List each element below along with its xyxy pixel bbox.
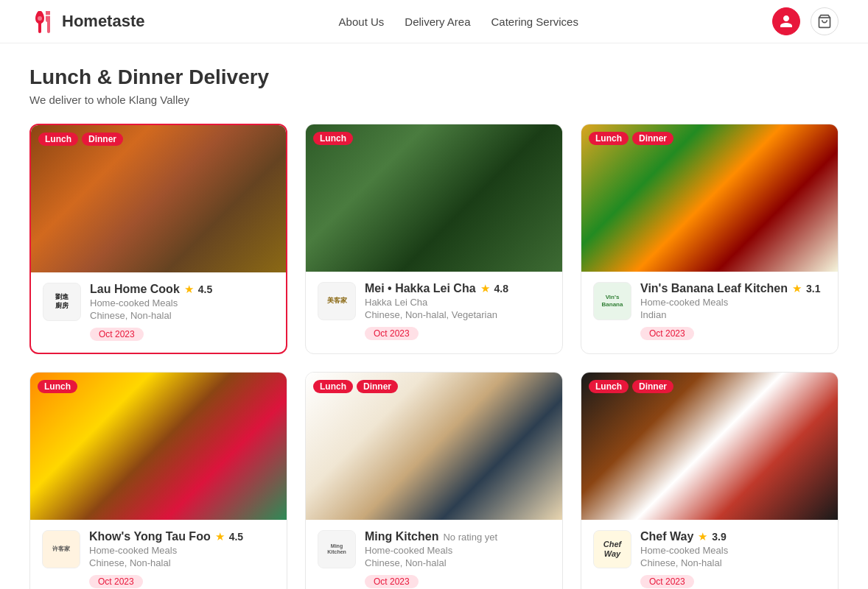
card-name-row: Khow's Yong Tau Foo ★4.5 [89, 530, 275, 543]
card-name-row: Ming Kitchen No rating yet [365, 530, 550, 543]
card-name: Ming Kitchen [365, 530, 438, 543]
logo[interactable]: Hometaste [29, 8, 144, 35]
card-name: Lau Home Cook [90, 283, 180, 296]
card-name: Chef Way [640, 530, 693, 543]
card-name: Khow's Yong Tau Foo [89, 530, 211, 543]
tag-lunch: Lunch [589, 380, 629, 393]
card-date: Oct 2023 [89, 575, 143, 588]
tag-dinner: Dinner [357, 380, 398, 393]
card-type: Home-cooked Meals [640, 297, 826, 308]
card-rating: 4.5 [198, 283, 212, 295]
card-top: 许客家 Khow's Yong Tau Foo ★4.5 Home-cooked… [42, 530, 275, 588]
card-logo: 美客家 [318, 282, 356, 320]
card-type: Home-cooked Meals [90, 297, 274, 308]
card-body: 许客家 Khow's Yong Tau Foo ★4.5 Home-cooked… [30, 520, 287, 589]
card-ming-kitchen[interactable]: LunchDinner MingKitchen Ming Kitchen No … [305, 372, 563, 589]
card-info: Ming Kitchen No rating yet Home-cooked M… [365, 530, 550, 588]
card-rating: 3.9 [712, 531, 726, 543]
card-image: LunchDinner [306, 373, 562, 520]
card-info: Khow's Yong Tau Foo ★4.5 Home-cooked Mea… [89, 530, 275, 588]
card-logo: 许客家 [42, 530, 80, 568]
card-top: ChefWay Chef Way ★3.9 Home-cooked Meals … [593, 530, 826, 588]
tag-dinner: Dinner [82, 133, 123, 146]
card-date: Oct 2023 [365, 575, 419, 588]
card-info: Lau Home Cook ★4.5 Home-cooked Meals Chi… [90, 283, 274, 341]
tag-lunch: Lunch [589, 132, 629, 145]
card-name-row: Lau Home Cook ★4.5 [90, 283, 274, 296]
page-subtitle: We deliver to whole Klang Valley [29, 94, 839, 106]
tag-row: LunchDinner [589, 132, 673, 145]
card-logo: ChefWay [593, 530, 631, 568]
card-name-row: Mei • Hakka Lei Cha ★4.8 [365, 282, 550, 295]
page-title: Lunch & Dinner Delivery [29, 66, 839, 89]
user-icon-button[interactable] [772, 7, 800, 35]
star-icon: ★ [698, 530, 707, 543]
tag-lunch: Lunch [313, 132, 353, 145]
card-mei-hakka[interactable]: Lunch 美客家 Mei • Hakka Lei Cha ★4.8 Hakka… [305, 124, 563, 354]
card-body: 劉進廚房 Lau Home Cook ★4.5 Home-cooked Meal… [31, 272, 286, 353]
card-image: LunchDinner [581, 124, 838, 272]
card-chef-way[interactable]: LunchDinner ChefWay Chef Way ★3.9 Home-c… [581, 372, 839, 589]
card-name-row: Vin's Banana Leaf Kitchen ★3.1 [640, 282, 826, 295]
card-image: LunchDinner [581, 373, 838, 520]
card-body: Vin'sBanana Vin's Banana Leaf Kitchen ★3… [581, 272, 838, 352]
tag-lunch: Lunch [313, 380, 353, 393]
tag-lunch: Lunch [38, 380, 77, 393]
star-icon: ★ [184, 283, 194, 296]
card-date: Oct 2023 [365, 327, 419, 340]
card-image: Lunch [30, 373, 287, 520]
card-image: LunchDinner [31, 125, 286, 272]
bag-icon-button[interactable] [811, 7, 839, 35]
card-body: ChefWay Chef Way ★3.9 Home-cooked Meals … [581, 520, 838, 589]
star-icon: ★ [480, 282, 490, 295]
card-name: Mei • Hakka Lei Cha [365, 282, 476, 295]
card-image: Lunch [306, 124, 562, 272]
card-rating: 3.1 [806, 283, 820, 294]
card-lau-home-cook[interactable]: LunchDinner 劉進廚房 Lau Home Cook ★4.5 Home… [29, 124, 287, 354]
main-nav: About Us Delivery Area Catering Services [339, 15, 578, 28]
card-top: 美客家 Mei • Hakka Lei Cha ★4.8 Hakka Lei C… [318, 282, 550, 340]
nav-catering-services[interactable]: Catering Services [491, 15, 578, 28]
tag-lunch: Lunch [38, 133, 78, 146]
tag-row: LunchDinner [313, 380, 398, 393]
star-icon: ★ [215, 530, 225, 543]
card-rating: 4.8 [494, 283, 508, 294]
card-name-row: Chef Way ★3.9 [640, 530, 826, 543]
card-cuisine: Chinese, Non-halal [89, 557, 275, 568]
header-actions [772, 7, 839, 35]
main-content: Lunch & Dinner Delivery We deliver to wh… [0, 43, 868, 589]
nav-about-us[interactable]: About Us [339, 15, 385, 28]
card-logo: 劉進廚房 [43, 283, 81, 321]
card-body: 美客家 Mei • Hakka Lei Cha ★4.8 Hakka Lei C… [306, 272, 562, 352]
tag-row: LunchDinner [38, 133, 123, 146]
card-logo: Vin'sBanana [593, 282, 631, 320]
cards-grid: LunchDinner 劉進廚房 Lau Home Cook ★4.5 Home… [29, 124, 839, 589]
card-type: Home-cooked Meals [89, 545, 275, 556]
card-body: MingKitchen Ming Kitchen No rating yet H… [306, 520, 562, 589]
no-rating: No rating yet [443, 532, 497, 543]
card-cuisine: Chinese, Non-halal, Vegetarian [365, 309, 550, 320]
card-date: Oct 2023 [640, 575, 694, 588]
card-top: MingKitchen Ming Kitchen No rating yet H… [318, 530, 550, 588]
star-icon: ★ [792, 282, 802, 295]
user-icon [779, 14, 794, 29]
logo-text: Hometaste [62, 12, 144, 31]
card-cuisine: Indian [640, 309, 826, 320]
card-name: Vin's Banana Leaf Kitchen [640, 282, 788, 295]
card-info: Vin's Banana Leaf Kitchen ★3.1 Home-cook… [640, 282, 826, 340]
tag-row: Lunch [38, 380, 77, 393]
nav-delivery-area[interactable]: Delivery Area [405, 15, 470, 28]
card-info: Chef Way ★3.9 Home-cooked Meals Chinese,… [640, 530, 826, 588]
shopping-bag-icon [817, 14, 832, 29]
card-date: Oct 2023 [640, 327, 694, 340]
card-type: Home-cooked Meals [640, 545, 826, 556]
card-type: Home-cooked Meals [365, 545, 550, 556]
card-logo: MingKitchen [318, 530, 356, 568]
tag-row: Lunch [313, 132, 353, 145]
card-khows-yong[interactable]: Lunch 许客家 Khow's Yong Tau Foo ★4.5 Home-… [29, 372, 287, 589]
tag-row: LunchDinner [589, 380, 673, 393]
tag-dinner: Dinner [632, 380, 673, 393]
tag-dinner: Dinner [632, 132, 673, 145]
card-vins-banana[interactable]: LunchDinner Vin'sBanana Vin's Banana Lea… [581, 124, 839, 354]
card-date: Oct 2023 [90, 328, 144, 341]
